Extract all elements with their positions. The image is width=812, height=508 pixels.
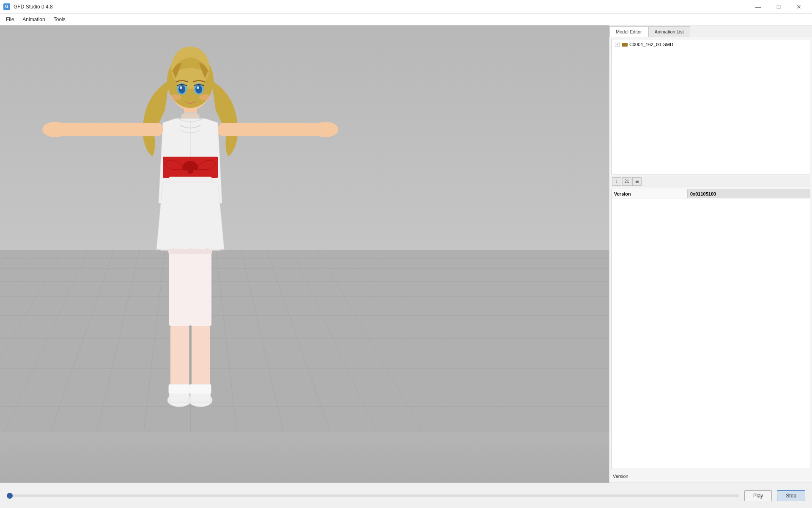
svg-rect-49 bbox=[189, 249, 212, 254]
menu-bar: File Animation Tools bbox=[0, 14, 812, 25]
panel-tabs: Model Editor Animation List bbox=[609, 25, 812, 37]
props-table: Version 0x01105100 bbox=[611, 189, 810, 469]
svg-point-42 bbox=[42, 122, 68, 137]
viewport-background bbox=[0, 25, 609, 483]
app-icon: G bbox=[3, 3, 10, 10]
window-controls: — □ ✕ bbox=[749, 0, 809, 14]
svg-point-32 bbox=[195, 85, 202, 94]
svg-rect-46 bbox=[168, 249, 191, 254]
svg-rect-41 bbox=[55, 123, 163, 136]
title-bar: G GFD Studio 0.4.8 — □ ✕ bbox=[0, 0, 812, 14]
tab-animation-list[interactable]: Animation List bbox=[648, 26, 690, 37]
svg-rect-55 bbox=[169, 384, 190, 394]
svg-point-31 bbox=[178, 85, 185, 94]
folder-icon bbox=[622, 42, 628, 47]
menu-tools[interactable]: Tools bbox=[49, 15, 70, 24]
stop-button[interactable]: Stop bbox=[777, 490, 805, 501]
timeline-slider[interactable] bbox=[7, 494, 739, 497]
tab-model-editor[interactable]: Model Editor bbox=[609, 26, 648, 37]
props-header-row: Version 0x01105100 bbox=[612, 189, 810, 199]
viewport[interactable] bbox=[0, 25, 609, 483]
version-label: Version bbox=[609, 471, 812, 483]
svg-rect-54 bbox=[190, 394, 211, 402]
svg-point-35 bbox=[170, 94, 181, 100]
svg-rect-48 bbox=[190, 250, 211, 326]
props-toolbar: ↕ 21 ☰ bbox=[611, 176, 810, 187]
right-panel: Model Editor Animation List + bbox=[609, 25, 812, 483]
svg-point-33 bbox=[180, 86, 182, 89]
svg-rect-56 bbox=[190, 384, 211, 394]
svg-point-44 bbox=[313, 122, 338, 137]
props-view-button[interactable]: 21 bbox=[622, 177, 631, 186]
close-button[interactable]: ✕ bbox=[789, 0, 809, 14]
minimize-button[interactable]: — bbox=[749, 0, 768, 14]
app-title: GFD Studio 0.4.8 bbox=[14, 4, 53, 10]
props-header-val: 0x01105100 bbox=[688, 189, 810, 198]
svg-rect-52 bbox=[169, 394, 189, 402]
content-area: Model Editor Animation List + bbox=[0, 25, 812, 483]
svg-point-34 bbox=[197, 86, 199, 89]
tree-item-root[interactable]: + C0004_162_00.GMD bbox=[613, 41, 808, 48]
props-header-key: Version bbox=[612, 189, 688, 198]
main-layout: Model Editor Animation List + bbox=[0, 25, 812, 508]
playback-bar: Play Stop bbox=[0, 483, 812, 508]
menu-animation[interactable]: Animation bbox=[18, 15, 49, 24]
play-button[interactable]: Play bbox=[744, 490, 772, 501]
tree-expand-icon[interactable]: + bbox=[615, 42, 620, 47]
svg-rect-45 bbox=[169, 250, 190, 326]
timeline-thumb[interactable] bbox=[7, 493, 13, 499]
maximize-button[interactable]: □ bbox=[769, 0, 788, 14]
title-bar-left: G GFD Studio 0.4.8 bbox=[3, 3, 53, 10]
svg-rect-57 bbox=[622, 43, 628, 47]
props-menu-button[interactable]: ☰ bbox=[632, 177, 642, 186]
svg-point-36 bbox=[199, 94, 211, 100]
tree-view[interactable]: + C0004_162_00.GMD bbox=[611, 39, 810, 174]
props-sort-button[interactable]: ↕ bbox=[612, 177, 621, 186]
menu-file[interactable]: File bbox=[2, 15, 18, 24]
svg-rect-43 bbox=[218, 123, 326, 136]
